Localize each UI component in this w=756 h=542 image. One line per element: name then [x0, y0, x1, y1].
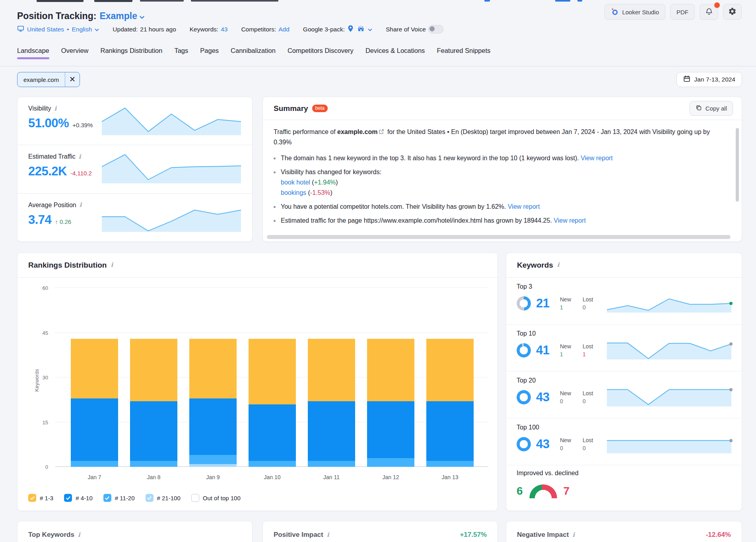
chevron-down-icon [140, 11, 144, 21]
kw-row-label: Top 3 [517, 283, 532, 290]
bar-segment-1-3[interactable] [426, 339, 474, 402]
tab-cannibalization[interactable]: Cannibalization [231, 47, 276, 62]
info-icon[interactable]: i [327, 532, 329, 538]
bar-segment-11-20[interactable] [71, 461, 118, 467]
bar-segment-4-10[interactable] [189, 398, 237, 455]
bar-segment-4-10[interactable] [249, 404, 296, 461]
improved-declined-label: Improved vs. declined [517, 470, 731, 477]
info-icon[interactable]: i [80, 202, 82, 208]
google-3pack-selector[interactable] [347, 25, 372, 34]
bar-jan-9[interactable] [189, 339, 237, 467]
bar-jan-13[interactable] [426, 339, 474, 467]
bar-jan-11[interactable] [308, 339, 355, 467]
bar-segment-1-3[interactable] [130, 339, 177, 402]
location-language-selector[interactable]: United States • English [17, 25, 99, 34]
y-tick-label: 45 [24, 330, 48, 336]
bar-segment-11-20[interactable] [130, 461, 177, 467]
competitors-add-link[interactable]: Add [278, 26, 290, 33]
legend-checkbox[interactable] [146, 494, 154, 502]
legend-checkbox[interactable] [28, 494, 36, 502]
keywords-count-link[interactable]: 43 [221, 26, 227, 33]
bar-jan-8[interactable] [130, 339, 177, 467]
bar-segment-4-10[interactable] [367, 401, 414, 458]
kw-lost-col: Lost0 [583, 436, 602, 452]
kw-new-value: 0 [560, 397, 579, 405]
bar-segment-21-100[interactable] [189, 464, 237, 467]
summary-vertical-scrollbar[interactable] [736, 128, 739, 202]
metric-value: 225.2K [28, 164, 67, 179]
legend-item-1-3: # 1-3 [28, 494, 53, 502]
summary-link[interactable]: View report [581, 155, 613, 161]
summary-bullet: Visibility has changed for keywords:book… [274, 167, 723, 198]
bar-segment-11-20[interactable] [308, 461, 355, 467]
looker-studio-icon [611, 8, 618, 17]
rankings-distribution-card: Rankings Distribution i Keywords 0153045… [17, 253, 498, 511]
x-tick-label: Jan 9 [206, 474, 220, 480]
tab-devices-locations[interactable]: Devices & Locations [365, 47, 425, 62]
project-selector[interactable]: Example [99, 11, 144, 21]
notifications-button[interactable] [700, 4, 718, 20]
google-3pack-label: Google 3-pack: [303, 26, 345, 33]
legend-checkbox[interactable] [103, 494, 111, 502]
info-icon[interactable]: i [572, 532, 575, 538]
summary-link[interactable]: View report [508, 203, 540, 210]
bar-jan-7[interactable] [71, 339, 118, 467]
tab-tags[interactable]: Tags [174, 47, 188, 62]
bullet-content: The domain has 1 new keyword in the top … [281, 153, 613, 163]
info-icon[interactable]: i [78, 532, 80, 538]
google-3pack: Google 3-pack: [303, 25, 372, 34]
bar-jan-10[interactable] [249, 339, 296, 467]
y-tick-label: 30 [24, 375, 48, 381]
legend-item-11-20: # 11-20 [103, 494, 135, 502]
kw-donut [517, 390, 531, 404]
bar-segment-11-20[interactable] [367, 458, 414, 467]
info-icon[interactable]: i [557, 262, 560, 268]
tab-overview[interactable]: Overview [61, 47, 89, 62]
summary-link[interactable]: View report [554, 217, 586, 224]
bar-segment-1-3[interactable] [367, 339, 414, 402]
tab-landscape[interactable]: Landscape [17, 47, 49, 62]
info-icon[interactable]: i [111, 262, 113, 268]
info-icon[interactable]: i [79, 154, 81, 160]
summary-link[interactable]: book hotel [281, 179, 310, 186]
bar-segment-1-3[interactable] [71, 339, 118, 398]
chip-close-button[interactable] [65, 72, 80, 87]
language-label: English [72, 26, 92, 33]
info-icon[interactable]: i [54, 106, 57, 112]
summary-horizontal-scrollbar[interactable] [267, 235, 731, 239]
bar-segment-1-3[interactable] [189, 339, 237, 398]
share-of-voice-toggle[interactable] [428, 25, 443, 33]
pdf-button[interactable]: PDF [670, 4, 695, 20]
tab-competitors-discovery[interactable]: Competitors Discovery [288, 47, 354, 62]
x-tick-label: Jan 8 [147, 474, 160, 480]
looker-studio-button[interactable]: Looker Studio [604, 4, 665, 20]
bar-segment-11-20[interactable] [189, 455, 237, 464]
copy-all-button[interactable]: Copy all [690, 101, 733, 116]
bar-segment-11-20[interactable] [426, 461, 474, 467]
legend-checkbox[interactable] [191, 494, 199, 502]
bar-segment-1-3[interactable] [308, 339, 355, 402]
kw-sparkline [607, 388, 731, 406]
bar-segment-1-3[interactable] [249, 339, 296, 404]
bar-segment-4-10[interactable] [426, 401, 474, 461]
settings-button[interactable] [723, 4, 742, 20]
kw-row-label: Top 10 [517, 330, 536, 337]
sparkline-end-dot [729, 388, 733, 391]
tab-featured-snippets[interactable]: Featured Snippets [437, 47, 490, 62]
x-tick-label: Jan 7 [87, 474, 101, 480]
bell-icon [705, 7, 713, 17]
bar-jan-12[interactable] [367, 339, 414, 467]
bar-segment-4-10[interactable] [71, 398, 118, 461]
bar-segment-11-20[interactable] [249, 461, 296, 467]
tab-pages[interactable]: Pages [200, 47, 219, 62]
kw-sparkline [607, 294, 731, 313]
bar-segment-4-10[interactable] [308, 401, 355, 461]
tab-rankings-distribution[interactable]: Rankings Distribution [101, 47, 163, 62]
legend-checkbox[interactable] [64, 494, 72, 502]
date-range-picker[interactable]: Jan 7-13, 2024 [676, 72, 742, 87]
bar-segment-4-10[interactable] [130, 401, 177, 461]
summary-link[interactable]: bookings [281, 189, 306, 196]
metric-visibility: Visibilityi51.00%+0.39% [17, 97, 252, 145]
metrics-card: Visibilityi51.00%+0.39%Estimated Traffic… [17, 97, 253, 242]
updated-value: 21 hours ago [140, 26, 176, 33]
